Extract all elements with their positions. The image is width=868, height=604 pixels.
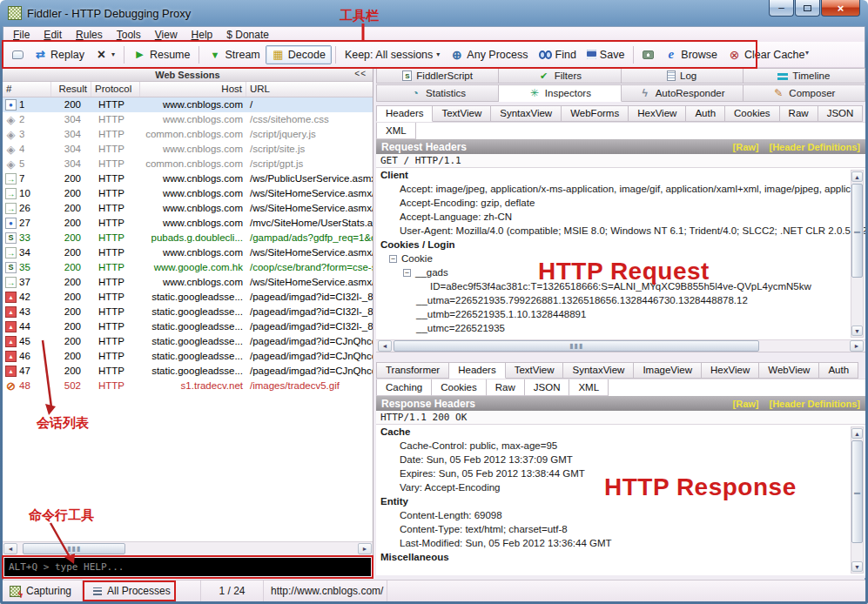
column-header-url[interactable]: URL xyxy=(246,82,373,97)
quickexec-input[interactable]: ALT+Q > type HELP... xyxy=(4,558,371,576)
response-tab-webview[interactable]: WebView xyxy=(759,362,819,379)
menu-item-donate[interactable]: $ Donate xyxy=(219,28,276,42)
session-row[interactable]: 48502HTTPs1.tradecv.net/images/tradecv5.… xyxy=(3,379,373,393)
menu-item-edit[interactable]: Edit xyxy=(37,28,69,42)
session-row[interactable]: 26200HTTPwww.cnblogs.com/ws/SiteHomeServ… xyxy=(3,201,373,216)
request-horizontal-scrollbar[interactable]: ◄ ▮▮▮ ► xyxy=(376,339,865,352)
replay-button[interactable]: Replay xyxy=(29,46,90,64)
request-header-definitions-link[interactable]: [Header Definitions] xyxy=(769,142,860,152)
session-row[interactable]: 10200HTTPwww.cnblogs.com/ws/SiteHomeServ… xyxy=(3,186,373,201)
session-row[interactable]: 2304HTTPwww.cnblogs.com/css/sitehome.css xyxy=(3,112,373,127)
clear-cache-button[interactable]: Clear Cache xyxy=(723,46,810,64)
tab-filters[interactable]: Filters xyxy=(499,68,621,84)
tab-timeline[interactable]: Timeline xyxy=(744,68,865,84)
any-process-button[interactable]: Any Process xyxy=(445,46,533,64)
session-row[interactable]: 42200HTTPstatic.googleadsse.../pagead/im… xyxy=(3,290,373,305)
response-tab-cookies[interactable]: Cookies xyxy=(432,379,487,396)
column-header-protocol[interactable]: Protocol xyxy=(91,82,140,97)
resume-button[interactable]: Resume xyxy=(128,46,196,64)
request-tab-xml[interactable]: XML xyxy=(376,123,416,139)
scroll-up-icon[interactable]: ▲ xyxy=(851,428,863,439)
scrollbar-thumb[interactable]: ▮▮▮ xyxy=(23,543,125,554)
request-tab-webforms[interactable]: WebForms xyxy=(562,105,629,122)
response-vertical-scrollbar[interactable]: ▲ ▬ ▼ xyxy=(851,426,864,574)
request-tab-cookies[interactable]: Cookies xyxy=(725,105,780,122)
session-row[interactable]: 34200HTTPwww.cnblogs.com/ws/SiteHomeServ… xyxy=(3,245,373,260)
scrollbar-thumb[interactable]: ▬ xyxy=(851,184,863,278)
scroll-down-icon[interactable]: ▼ xyxy=(851,325,863,336)
request-tab-syntaxview[interactable]: SyntaxView xyxy=(491,105,562,122)
close-button[interactable]: × xyxy=(821,0,860,17)
collapse-expander-icon[interactable]: − xyxy=(403,269,411,277)
session-row[interactable]: 43200HTTPstatic.googleadsse.../pagead/im… xyxy=(3,305,373,319)
column-header-num[interactable]: # xyxy=(3,82,51,97)
process-filter[interactable]: All Processes xyxy=(83,581,201,601)
column-header-result[interactable]: Result xyxy=(51,82,91,97)
response-tab-textview[interactable]: TextView xyxy=(506,362,564,379)
session-row[interactable]: 37200HTTPwww.cnblogs.com/ws/SiteHomeServ… xyxy=(3,275,373,290)
scroll-left-icon[interactable]: ◄ xyxy=(3,543,17,554)
session-row[interactable]: 44200HTTPstatic.googleadsse.../pagead/im… xyxy=(3,319,373,334)
tab-inspectors[interactable]: Inspectors xyxy=(499,84,621,102)
title-bar[interactable]: Fiddler - HTTP Debugging Proxy xyxy=(0,0,868,26)
request-response-splitter[interactable] xyxy=(376,352,865,359)
response-tab-auth[interactable]: Auth xyxy=(819,362,858,379)
tab-fiddlerscript[interactable]: FiddlerScript xyxy=(376,68,499,84)
browse-button[interactable]: Browse xyxy=(659,46,723,64)
comment-button[interactable] xyxy=(7,48,29,62)
response-tab-transformer[interactable]: Transformer xyxy=(376,362,449,379)
response-tab-imageview[interactable]: ImageView xyxy=(634,362,702,379)
delete-button[interactable]: ▾ xyxy=(90,46,120,64)
tab-statistics[interactable]: Statistics xyxy=(376,84,499,102)
session-row[interactable]: 3304HTTPcommon.cnblogs.com/script/jquery… xyxy=(3,127,373,142)
response-tab-headers[interactable]: Headers xyxy=(449,362,505,379)
scrollbar-thumb[interactable]: ▬ xyxy=(851,440,863,543)
session-row[interactable]: 47200HTTPstatic.googleadsse.../pagead/im… xyxy=(3,364,373,379)
find-button[interactable]: Find xyxy=(534,46,582,64)
save-button[interactable]: Save xyxy=(582,46,630,64)
response-tab-json[interactable]: JSON xyxy=(525,379,570,396)
tab-log[interactable]: Log xyxy=(622,68,744,84)
session-row[interactable]: 33200HTTPpubads.g.doublecli.../gampad/ad… xyxy=(3,231,373,245)
response-tab-syntaxview[interactable]: SyntaxView xyxy=(563,362,634,379)
stream-button[interactable]: Stream xyxy=(203,46,265,64)
collapse-expander-icon[interactable]: − xyxy=(389,255,397,263)
collapse-pane-button[interactable]: << xyxy=(354,69,367,78)
session-row[interactable]: 27200HTTPwww.cnblogs.com/mvc/SiteHome/Us… xyxy=(3,216,373,231)
scroll-up-icon[interactable]: ▲ xyxy=(851,171,863,182)
request-tab-json[interactable]: JSON xyxy=(818,105,864,122)
response-tab-xml[interactable]: XML xyxy=(569,379,609,396)
request-tab-auth[interactable]: Auth xyxy=(686,105,725,122)
scroll-left-icon[interactable]: ◄ xyxy=(378,340,392,352)
session-row[interactable]: 5304HTTPcommon.cnblogs.com/script/gpt.js xyxy=(3,157,373,171)
response-tab-raw[interactable]: Raw xyxy=(487,379,525,396)
session-horizontal-scrollbar[interactable]: ◄ ▮▮▮ ► xyxy=(3,541,373,555)
tab-autoresponder[interactable]: AutoResponder xyxy=(622,84,744,102)
session-row[interactable]: 35200HTTPwww.google.com.hk/coop/cse/bran… xyxy=(3,260,373,275)
request-tab-textview[interactable]: TextView xyxy=(433,105,491,122)
menu-item-tools[interactable]: Tools xyxy=(110,28,148,42)
response-header-definitions-link[interactable]: [Header Definitions] xyxy=(769,399,860,409)
request-tab-headers[interactable]: Headers xyxy=(376,105,433,122)
response-tab-hexview[interactable]: HexView xyxy=(702,362,759,379)
menu-item-rules[interactable]: Rules xyxy=(69,28,110,42)
menu-item-view[interactable]: View xyxy=(148,28,185,42)
request-vertical-scrollbar[interactable]: ▲ ▬ ▼ xyxy=(851,170,864,338)
menu-item-help[interactable]: Help xyxy=(185,28,220,42)
session-row[interactable]: 45200HTTPstatic.googleadsse.../pagead/im… xyxy=(3,334,373,349)
request-tab-hexview[interactable]: HexView xyxy=(629,105,686,122)
keep-all-sessions-button[interactable]: Keep: All sessions▾ xyxy=(340,46,445,64)
scroll-down-icon[interactable]: ▼ xyxy=(851,561,863,572)
session-row[interactable]: 7200HTTPwww.cnblogs.com/ws/PublicUserSer… xyxy=(3,171,373,186)
session-row[interactable]: 46200HTTPstatic.googleadsse.../pagead/im… xyxy=(3,349,373,364)
request-raw-link[interactable]: [Raw] xyxy=(733,142,759,152)
scrollbar-thumb[interactable]: ▮▮▮ xyxy=(394,340,759,352)
maximize-button[interactable] xyxy=(795,0,820,17)
decode-button[interactable]: Decode xyxy=(266,45,332,64)
capturing-indicator[interactable]: Capturing xyxy=(3,581,83,601)
menu-item-file[interactable]: File xyxy=(6,28,37,42)
minimize-button[interactable]: – xyxy=(769,0,794,17)
request-tab-raw[interactable]: Raw xyxy=(780,105,818,122)
scroll-right-icon[interactable]: ► xyxy=(358,543,372,554)
session-row[interactable]: 4304HTTPwww.cnblogs.com/script/site.js xyxy=(3,142,373,157)
